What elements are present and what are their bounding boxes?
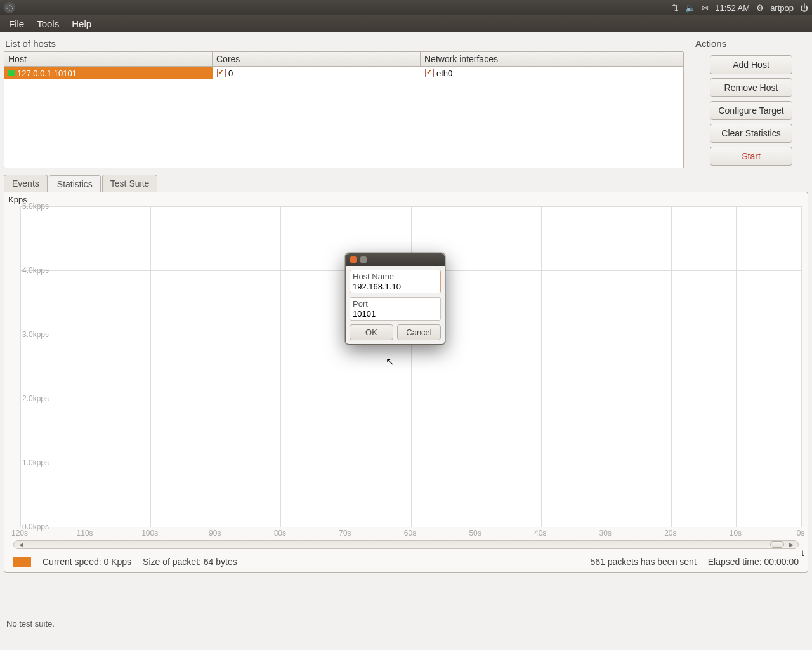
x-tick: 120s [11,529,28,538]
y-tick: 4.0kpps [22,266,49,275]
x-axis-label: t [801,548,804,558]
footer-status: No test suite. [6,619,55,628]
clock[interactable]: 11:52 AM [715,3,750,13]
chart-panel: Kpps t ◀ ▶ Current speed: 0 Kpps Size of… [4,192,808,573]
packet-size: Size of packet: 64 bytes [143,557,237,567]
close-icon[interactable] [350,256,357,263]
net-cell: eth0 [436,69,452,78]
configure-target-button[interactable]: Configure Target [710,101,792,120]
y-tick: 3.0kpps [22,330,49,339]
host-cell: 127.0.0.1:10101 [17,69,77,78]
remove-host-button[interactable]: Remove Host [710,78,792,97]
col-net[interactable]: Network interfaces [421,52,683,67]
port-input[interactable] [353,309,438,319]
tab-testsuite[interactable]: Test Suite [102,175,157,192]
x-tick: 10s [730,529,742,538]
x-tick: 60s [404,529,416,538]
port-label: Port [353,299,438,308]
minimize-icon[interactable] [360,256,367,263]
cores-cell: 0 [228,69,233,78]
clear-statistics-button[interactable]: Clear Statistics [710,124,792,143]
x-tick: 0s [797,529,805,538]
packets-sent: 561 packets has been sent [590,557,696,567]
actions-title: Actions [694,36,808,51]
add-host-dialog: Host Name Port OK Cancel [345,253,445,345]
hosts-table: Host Cores Network interfaces 127.0.0.1:… [4,51,684,168]
ok-button[interactable]: OK [350,324,393,340]
x-tick: 110s [77,529,93,538]
menu-tools[interactable]: Tools [30,17,65,31]
network-indicator-icon[interactable] [672,3,679,13]
add-host-button[interactable]: Add Host [710,55,792,74]
scroll-left-icon[interactable]: ◀ [15,541,27,548]
cancel-button[interactable]: Cancel [397,324,441,340]
status-indicator-icon [8,70,15,76]
username[interactable]: artpop [770,3,794,13]
x-tick: 40s [534,529,546,538]
hostname-input[interactable] [353,282,438,291]
dialog-titlebar[interactable] [346,253,445,266]
y-tick: 5.0kpps [22,202,49,211]
scroll-thumb[interactable] [770,541,784,548]
tab-events[interactable]: Events [4,175,48,192]
series-color-swatch [13,557,31,567]
net-checkbox[interactable] [425,69,434,77]
x-tick: 70s [339,529,351,538]
system-bar: 11:52 AM artpop [0,0,812,15]
y-tick: 1.0kpps [22,458,49,467]
col-cores[interactable]: Cores [213,52,421,67]
col-host[interactable]: Host [4,52,213,67]
scroll-right-icon[interactable]: ▶ [785,541,797,548]
volume-indicator-icon[interactable] [685,3,695,13]
hostname-label: Host Name [353,272,438,281]
menubar: File Tools Help [0,15,812,32]
menu-help[interactable]: Help [65,17,98,31]
x-tick: 90s [209,529,221,538]
power-icon[interactable] [800,3,808,13]
current-speed: Current speed: 0 Kpps [43,557,131,567]
chart-scrollbar[interactable]: ◀ ▶ [13,540,799,549]
settings-gear-icon[interactable] [756,3,764,13]
x-tick: 80s [274,529,286,538]
x-tick: 30s [599,529,612,538]
hosts-title: List of hosts [4,36,684,51]
table-row[interactable]: 127.0.0.1:10101 0 eth0 [4,67,683,79]
cores-checkbox[interactable] [217,69,226,77]
x-tick: 50s [469,529,481,538]
menu-file[interactable]: File [3,17,30,31]
tab-statistics[interactable]: Statistics [49,175,101,192]
ubuntu-roundel-icon [4,2,15,13]
mail-indicator-icon[interactable] [702,3,709,13]
start-button[interactable]: Start [710,147,792,166]
x-tick: 20s [664,529,676,538]
y-tick: 2.0kpps [22,394,49,403]
x-tick: 100s [141,529,158,538]
elapsed-time: Elapsed time: 00:00:00 [708,557,799,567]
